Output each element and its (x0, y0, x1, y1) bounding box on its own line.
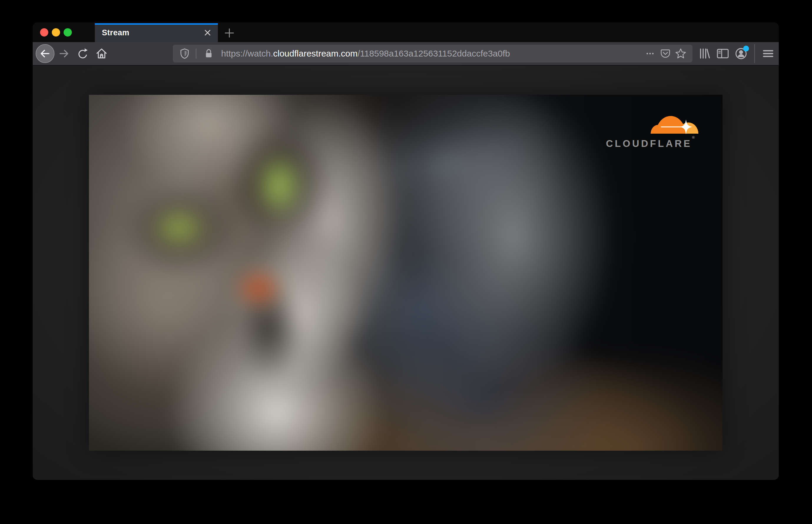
save-to-pocket-button[interactable] (658, 46, 673, 61)
cloudflare-cloud-icon (606, 105, 705, 135)
toolbar-divider (754, 44, 755, 63)
urlbar-divider (196, 49, 196, 59)
menu-button[interactable] (759, 45, 777, 63)
tab-title: Stream (102, 28, 202, 37)
navigation-toolbar: https://watch.cloudflarestream.com/11859… (33, 42, 779, 66)
url-domain: cloudflarestream.com (273, 49, 358, 58)
back-arrow-icon (39, 48, 51, 60)
plus-icon (224, 27, 235, 38)
tracking-protection-button[interactable] (177, 46, 192, 61)
minimize-window-button[interactable] (52, 28, 60, 36)
home-button[interactable] (92, 44, 111, 63)
hamburger-menu-icon (761, 47, 775, 60)
url-bar[interactable]: https://watch.cloudflarestream.com/11859… (173, 45, 693, 62)
account-button[interactable] (732, 45, 750, 63)
library-button[interactable] (695, 45, 714, 63)
cloudflare-logo: CLOUDFLARE® (606, 105, 705, 148)
forward-button[interactable] (54, 44, 73, 63)
traffic-lights (40, 28, 72, 36)
account-notification-dot (743, 46, 749, 51)
sidebar-button[interactable] (714, 45, 732, 63)
shield-icon (179, 48, 191, 60)
reload-icon (76, 47, 89, 60)
url-text[interactable]: https://watch.cloudflarestream.com/11859… (221, 49, 643, 59)
pocket-icon (660, 48, 671, 59)
page-content: CLOUDFLARE® (33, 66, 779, 480)
star-icon (675, 48, 686, 60)
lock-icon[interactable] (201, 46, 216, 61)
browser-window: Stream (33, 22, 779, 480)
url-path: /118598a163a125631152ddaccfe3a0fb (358, 49, 510, 58)
zoom-window-button[interactable] (64, 28, 72, 36)
home-icon (95, 47, 108, 60)
forward-arrow-icon (58, 48, 70, 60)
reload-button[interactable] (73, 44, 92, 63)
library-icon (698, 47, 711, 60)
bookmark-star-button[interactable] (673, 46, 688, 61)
close-tab-icon[interactable] (202, 28, 213, 38)
new-tab-button[interactable] (223, 27, 236, 39)
ellipsis-icon (645, 48, 656, 59)
back-button[interactable] (36, 44, 54, 63)
close-window-button[interactable] (40, 28, 48, 36)
page-actions-button[interactable] (643, 46, 658, 61)
url-scheme: https://watch. (221, 49, 273, 58)
video-player[interactable]: CLOUDFLARE® (89, 95, 722, 451)
cloudflare-wordmark: CLOUDFLARE® (606, 135, 705, 148)
tab-stream[interactable]: Stream (95, 23, 218, 42)
sidebar-icon (716, 47, 730, 60)
tab-bar: Stream (33, 22, 779, 42)
